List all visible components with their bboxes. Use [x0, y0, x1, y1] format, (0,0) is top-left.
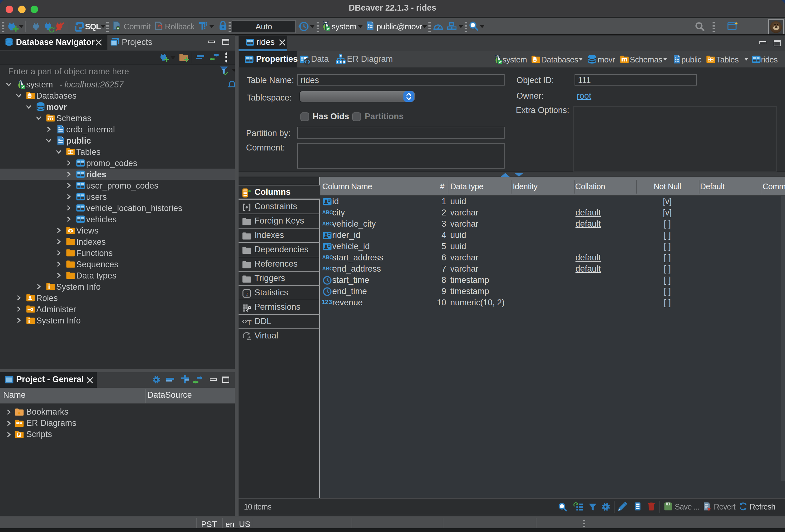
svg-text:i: i	[246, 290, 248, 297]
svg-text:T: T	[247, 318, 251, 326]
